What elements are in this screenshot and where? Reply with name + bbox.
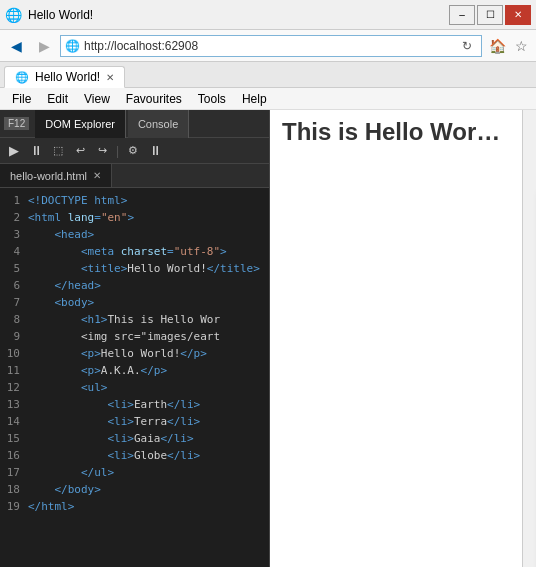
line-number: 13 bbox=[0, 396, 28, 413]
pause-button[interactable]: ⏸ bbox=[26, 141, 46, 161]
code-line: 19</html> bbox=[0, 498, 269, 515]
code-line: 7 <body> bbox=[0, 294, 269, 311]
back-button[interactable]: ◀ bbox=[4, 34, 28, 58]
window-title: Hello World! bbox=[28, 8, 93, 22]
ie-logo: 🌐 bbox=[5, 7, 22, 23]
select-element-button[interactable]: ⬚ bbox=[48, 141, 68, 161]
menu-favourites[interactable]: Favourites bbox=[118, 88, 190, 109]
line-content: <!DOCTYPE html> bbox=[28, 192, 127, 209]
line-number: 6 bbox=[0, 277, 28, 294]
menu-file[interactable]: File bbox=[4, 88, 39, 109]
line-number: 9 bbox=[0, 328, 28, 345]
webpage-heading: This is Hello Wor… bbox=[282, 118, 524, 146]
code-line: 5 <title>Hello World!</title> bbox=[0, 260, 269, 277]
menu-help[interactable]: Help bbox=[234, 88, 275, 109]
line-number: 15 bbox=[0, 430, 28, 447]
title-bar: 🌐 Hello World! – ☐ ✕ bbox=[0, 0, 536, 30]
code-line: 4 <meta charset="utf-8"> bbox=[0, 243, 269, 260]
address-refresh-button[interactable]: ↻ bbox=[457, 36, 477, 56]
step-out-button[interactable]: ↪ bbox=[92, 141, 112, 161]
line-content: <li>Earth</li> bbox=[28, 396, 200, 413]
file-tab-name: hello-world.html bbox=[10, 170, 87, 182]
close-button[interactable]: ✕ bbox=[505, 5, 531, 25]
devtools-toolbar: F12 DOM Explorer Console bbox=[0, 110, 269, 138]
code-line: 15 <li>Gaia</li> bbox=[0, 430, 269, 447]
webpage-area: This is Hello Wor… BackForwardGo to copi… bbox=[270, 110, 536, 567]
code-line: 16 <li>Globe</li> bbox=[0, 447, 269, 464]
code-line: 11 <p>A.K.A.</p> bbox=[0, 362, 269, 379]
line-content: </body> bbox=[28, 481, 101, 498]
webpage-content: This is Hello Wor… bbox=[270, 110, 536, 154]
code-line: 6 </head> bbox=[0, 277, 269, 294]
address-ie-icon: 🌐 bbox=[65, 39, 80, 53]
favorites-button[interactable]: ☆ bbox=[510, 35, 532, 57]
line-content: <img src="images/eart bbox=[28, 328, 220, 345]
address-text: http://localhost:62908 bbox=[84, 39, 457, 53]
code-line: 14 <li>Terra</li> bbox=[0, 413, 269, 430]
line-content: <li>Globe</li> bbox=[28, 447, 200, 464]
line-content: <html lang="en"> bbox=[28, 209, 134, 226]
code-line: 9 <img src="images/eart bbox=[0, 328, 269, 345]
file-tab-bar: hello-world.html ✕ bbox=[0, 164, 269, 188]
code-line: 8 <h1>This is Hello Wor bbox=[0, 311, 269, 328]
code-line: 13 <li>Earth</li> bbox=[0, 396, 269, 413]
devtools-panel: F12 DOM Explorer Console ▶ ⏸ ⬚ ↩ ↪ | ⚙ ⏸… bbox=[0, 110, 270, 567]
forward-button[interactable]: ▶ bbox=[32, 34, 56, 58]
line-content: <meta charset="utf-8"> bbox=[28, 243, 227, 260]
devtools-tabs: DOM Explorer Console bbox=[35, 110, 189, 138]
address-bar: ◀ ▶ 🌐 http://localhost:62908 ↻ 🏠 ☆ bbox=[0, 30, 536, 62]
play-button[interactable]: ▶ bbox=[4, 141, 24, 161]
tab-icon: 🌐 bbox=[15, 71, 29, 84]
line-content: </ul> bbox=[28, 464, 114, 481]
dt-tab-dom[interactable]: DOM Explorer bbox=[35, 110, 126, 138]
line-number: 19 bbox=[0, 498, 28, 515]
line-number: 14 bbox=[0, 413, 28, 430]
line-number: 17 bbox=[0, 464, 28, 481]
line-content: <h1>This is Hello Wor bbox=[28, 311, 220, 328]
line-number: 18 bbox=[0, 481, 28, 498]
code-area: 1<!DOCTYPE html>2<html lang="en">3 <head… bbox=[0, 188, 269, 567]
code-line: 17 </ul> bbox=[0, 464, 269, 481]
title-bar-controls: – ☐ ✕ bbox=[449, 5, 531, 25]
dt-tab-console[interactable]: Console bbox=[128, 110, 189, 138]
home-button[interactable]: 🏠 bbox=[486, 35, 508, 57]
code-line: 2<html lang="en"> bbox=[0, 209, 269, 226]
line-content: <p>Hello World!</p> bbox=[28, 345, 207, 362]
code-line: 18 </body> bbox=[0, 481, 269, 498]
maximize-button[interactable]: ☐ bbox=[477, 5, 503, 25]
step-into-button[interactable]: ↩ bbox=[70, 141, 90, 161]
code-line: 10 <p>Hello World!</p> bbox=[0, 345, 269, 362]
line-content: <title>Hello World!</title> bbox=[28, 260, 260, 277]
pause2-button[interactable]: ⏸ bbox=[145, 141, 165, 161]
tab-close-icon[interactable]: ✕ bbox=[106, 72, 114, 83]
code-lines: 1<!DOCTYPE html>2<html lang="en">3 <head… bbox=[0, 188, 269, 519]
file-tab-close-icon[interactable]: ✕ bbox=[93, 170, 101, 181]
line-content: </html> bbox=[28, 498, 74, 515]
file-tab-html[interactable]: hello-world.html ✕ bbox=[0, 164, 112, 187]
browser-tab-active[interactable]: 🌐 Hello World! ✕ bbox=[4, 66, 125, 88]
line-content: <li>Gaia</li> bbox=[28, 430, 194, 447]
main-content: F12 DOM Explorer Console ▶ ⏸ ⬚ ↩ ↪ | ⚙ ⏸… bbox=[0, 110, 536, 567]
line-content: <p>A.K.A.</p> bbox=[28, 362, 167, 379]
title-bar-title: 🌐 Hello World! bbox=[5, 7, 449, 23]
menu-view[interactable]: View bbox=[76, 88, 118, 109]
line-content: <li>Terra</li> bbox=[28, 413, 200, 430]
scrollbar[interactable] bbox=[522, 110, 536, 567]
line-content: <ul> bbox=[28, 379, 107, 396]
minimize-button[interactable]: – bbox=[449, 5, 475, 25]
menu-edit[interactable]: Edit bbox=[39, 88, 76, 109]
menu-tools[interactable]: Tools bbox=[190, 88, 234, 109]
f12-badge: F12 bbox=[4, 117, 29, 130]
line-number: 8 bbox=[0, 311, 28, 328]
line-number: 3 bbox=[0, 226, 28, 243]
line-number: 16 bbox=[0, 447, 28, 464]
settings-button[interactable]: ⚙ bbox=[123, 141, 143, 161]
star-buttons: 🏠 ☆ bbox=[486, 35, 532, 57]
code-line: 12 <ul> bbox=[0, 379, 269, 396]
tab-title: Hello World! bbox=[35, 70, 100, 84]
address-input-wrap: 🌐 http://localhost:62908 ↻ bbox=[60, 35, 482, 57]
line-number: 12 bbox=[0, 379, 28, 396]
line-number: 5 bbox=[0, 260, 28, 277]
menu-bar: File Edit View Favourites Tools Help bbox=[0, 88, 536, 110]
line-number: 2 bbox=[0, 209, 28, 226]
